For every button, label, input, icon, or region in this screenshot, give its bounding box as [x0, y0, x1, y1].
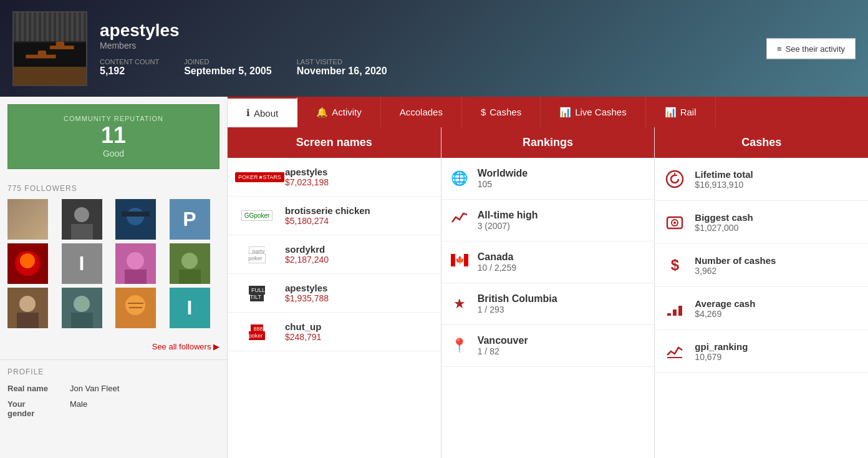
chart-icon: 📊 — [559, 107, 571, 118]
about-icon: ℹ — [246, 107, 250, 119]
followers-title: 775 FOLLOWERS — [7, 184, 219, 193]
svg-rect-39 — [464, 254, 468, 266]
tab-live-cashes[interactable]: 📊 Live Cashes — [541, 97, 646, 127]
follower-avatar[interactable] — [115, 243, 156, 284]
follower-avatar[interactable] — [62, 288, 102, 328]
list-item: All-time high 3 (2007) — [441, 200, 655, 241]
svg-point-35 — [125, 295, 145, 315]
ranking-info: Worldwide 105 — [478, 168, 646, 189]
profile-key-name: Real name — [7, 384, 70, 393]
svg-rect-7 — [30, 35, 35, 40]
rankings-header: Rankings — [441, 127, 655, 158]
list-item: gpi_ranking 10,679 — [655, 330, 868, 373]
screen-name-info: apestyles $1,935,788 — [285, 283, 433, 303]
tab-accolades[interactable]: Accolades — [381, 97, 462, 127]
screen-name-name: apestyles — [285, 167, 433, 177]
svg-point-26 — [181, 253, 198, 269]
list-item: $ Number of cashes 3,962 — [655, 244, 868, 287]
canada-icon: 🍁 — [450, 254, 469, 270]
tab-activity[interactable]: 🔔 Activity — [297, 97, 381, 127]
see-activity-label: See their activity — [786, 44, 845, 53]
reputation-text: Good — [18, 149, 209, 158]
profile-row-gender: Yourgender Male — [7, 399, 219, 418]
cashes-header: Cashes — [655, 127, 868, 158]
content-count-label: CONTENT COUNT — [100, 58, 159, 66]
screen-name-name: brotisserie chicken — [285, 205, 433, 216]
rankings-column: Rankings 🌐 Worldwide 105 — [441, 127, 655, 458]
site-logo-888: 888poker — [235, 325, 279, 339]
sidebar: COMMUNITY REPUTATION 11 Good 775 FOLLOWE… — [0, 97, 228, 458]
screen-name-info: sordykrd $2,187,240 — [285, 244, 433, 265]
cash-label: Biggest cash — [695, 212, 859, 223]
screen-name-info: brotisserie chicken $5,180,274 — [285, 205, 433, 226]
tab-live-cashes-label: Live Cashes — [575, 107, 627, 117]
site-logo-pokerstars: POKER★STARS — [235, 173, 279, 180]
see-all-followers[interactable]: See all followers ▶ — [0, 336, 227, 357]
list-item: ★ British Columbia 1 / 293 — [441, 283, 655, 325]
screen-name-amount: $248,791 — [285, 332, 433, 342]
svg-rect-47 — [673, 309, 677, 316]
follower-avatar[interactable] — [7, 199, 48, 240]
svg-rect-33 — [71, 313, 93, 328]
cash-label: Lifetime total — [695, 169, 859, 180]
svg-rect-2 — [20, 36, 38, 40]
profile-val-gender: Male — [70, 399, 87, 418]
ranking-value: 3 (2007) — [478, 221, 646, 231]
content-count-stat: CONTENT COUNT 5,192 — [100, 58, 159, 77]
reputation-number: 11 — [18, 122, 209, 149]
list-item: partypoker sordykrd $2,187,240 — [228, 235, 441, 274]
screen-name-info: apestyles $7,023,198 — [285, 167, 433, 187]
follower-avatar[interactable]: P — [170, 199, 210, 240]
tab-cashes[interactable]: $ Cashes — [462, 97, 541, 127]
follower-avatar[interactable] — [170, 243, 210, 284]
user-role: Members — [100, 41, 856, 51]
cash-value: $4,269 — [695, 309, 859, 319]
tab-rail[interactable]: 📊 Rail — [646, 97, 716, 127]
see-all-followers-link[interactable]: See all followers ▶ — [152, 342, 219, 351]
activity-icon: ≡ — [777, 44, 782, 53]
follower-avatar[interactable] — [115, 288, 156, 328]
svg-rect-9 — [38, 50, 47, 57]
cash-value: $16,913,910 — [695, 180, 859, 190]
follower-avatar[interactable] — [115, 199, 156, 240]
screen-name-amount: $1,935,788 — [285, 293, 433, 303]
screen-name-name: sordykrd — [285, 244, 433, 255]
content-count-value: 5,192 — [100, 66, 159, 77]
cash-value: 3,962 — [695, 266, 859, 276]
last-visited-stat: LAST VISITED November 16, 2020 — [297, 58, 387, 77]
screen-name-amount: $5,180,274 — [285, 216, 433, 226]
follower-avatar[interactable] — [62, 199, 102, 240]
screen-name-info: chut_up $248,791 — [285, 321, 433, 342]
svg-text:00000  HI-SCORE  40000: 00000 HI-SCORE 40000 — [17, 16, 75, 22]
svg-rect-5 — [14, 67, 86, 85]
list-item: 888poker chut_up $248,791 — [228, 313, 441, 351]
svg-point-45 — [673, 222, 676, 224]
svg-rect-24 — [125, 270, 147, 284]
biggest-icon — [663, 211, 686, 233]
tab-about[interactable]: ℹ About — [228, 97, 297, 127]
svg-rect-10 — [14, 12, 86, 24]
screen-name-amount: $2,187,240 — [285, 255, 433, 265]
see-activity-button[interactable]: ≡ See their activity — [766, 38, 856, 59]
cash-info: Biggest cash $1,027,000 — [695, 212, 859, 233]
follower-avatar[interactable] — [7, 288, 48, 328]
profile-row-name: Real name Jon Van Fleet — [7, 384, 219, 393]
bc-icon: ★ — [450, 296, 469, 312]
cash-label: Number of cashes — [695, 255, 859, 266]
worldwide-icon: 🌐 — [450, 170, 469, 187]
follower-avatar[interactable]: I — [62, 243, 102, 284]
activity-bell-icon: 🔔 — [316, 107, 328, 118]
follower-avatar[interactable]: I — [170, 288, 210, 328]
screen-names-body: POKER★STARS apestyles $7,023,198 GGpoker… — [228, 158, 441, 458]
svg-rect-1 — [14, 12, 86, 42]
svg-text:1UP: 1UP — [17, 27, 24, 32]
user-avatar: 00000 HI-SCORE 40000 1UP — [12, 11, 87, 86]
last-visited-value: November 16, 2020 — [297, 66, 387, 77]
follower-avatar[interactable] — [7, 243, 48, 284]
svg-text:🍁: 🍁 — [455, 255, 464, 265]
number-icon: $ — [663, 254, 686, 276]
svg-rect-18 — [122, 212, 150, 217]
site-logo-gg: GGpoker — [235, 212, 279, 219]
joined-stat: JOINED September 5, 2005 — [184, 58, 272, 77]
list-item: 📍 Vancouver 1 / 82 — [441, 325, 655, 367]
